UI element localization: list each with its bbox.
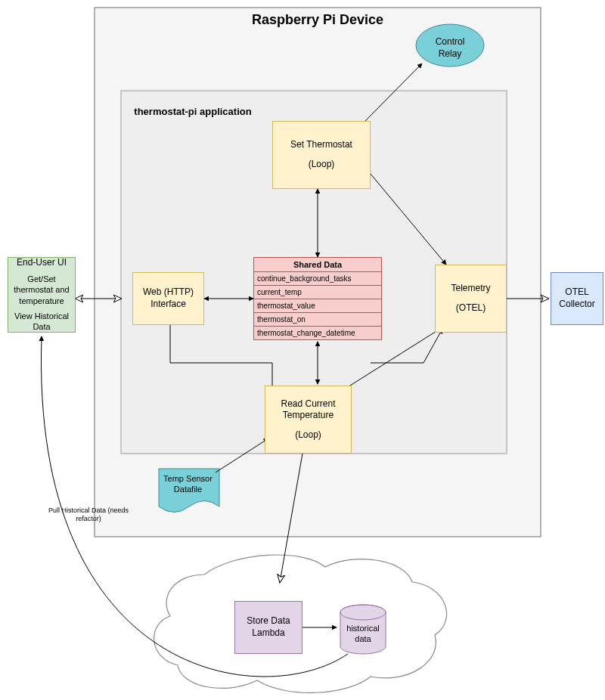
temp-sensor-file-label: Temp Sensor Datafile [163,473,213,495]
web-interface-node: Web (HTTP) Interface [132,272,204,325]
read-temp-l2: (Loop) [295,429,321,441]
set-thermostat-l1: Set Thermostat [290,139,352,151]
set-thermostat-l2: (Loop) [309,159,335,171]
shared-field-3: thermostat_on [254,312,381,326]
shared-field-2: thermostat_value [254,299,381,312]
otel-collector-label: OTEL Collector [554,287,600,310]
historical-db-label: historical data [344,623,382,645]
end-user-line3: View Historical Data [11,311,72,333]
end-user-line1: End-User UI [17,257,67,269]
telemetry-node: Telemetry (OTEL) [435,265,507,333]
store-data-node: Store Data Lambda [234,601,302,654]
otel-collector-node: OTEL Collector [551,272,603,325]
end-user-line2: Get/Set thermostat and temperature [11,274,72,306]
telemetry-l1: Telemetry [451,283,490,295]
shared-data-header: Shared Data [254,258,381,271]
set-thermostat-node: Set Thermostat (Loop) [272,121,371,189]
store-data-label: Store Data Lambda [238,615,299,639]
shared-field-1: current_temp [254,285,381,299]
app-title: thermostat-pi application [132,106,253,117]
shared-field-0: continue_background_tasks [254,271,381,285]
shared-field-4: thermostat_change_datetime [254,326,381,339]
read-temp-node: Read Current Temperature (Loop) [265,386,352,454]
web-interface-label: Web (HTTP) Interface [136,287,200,310]
diagram-connectors [0,0,605,700]
control-relay-label: Control Relay [424,36,476,60]
telemetry-l2: (OTEL) [456,302,486,314]
read-temp-l1: Read Current Temperature [268,398,348,422]
shared-data-table: Shared Data continue_background_tasks cu… [253,257,382,340]
pull-historical-label: Pull Historical Data (needs refactor) [47,506,130,523]
end-user-ui-node: End-User UI Get/Set thermostat and tempe… [8,257,76,333]
device-title: Raspberry Pi Device [95,12,541,28]
